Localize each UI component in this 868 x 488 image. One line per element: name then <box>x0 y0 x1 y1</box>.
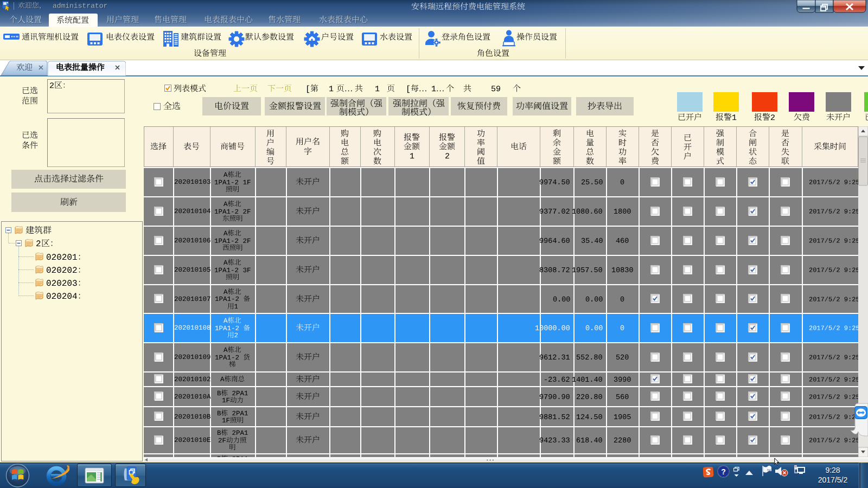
svg-text:?: ? <box>721 467 726 476</box>
